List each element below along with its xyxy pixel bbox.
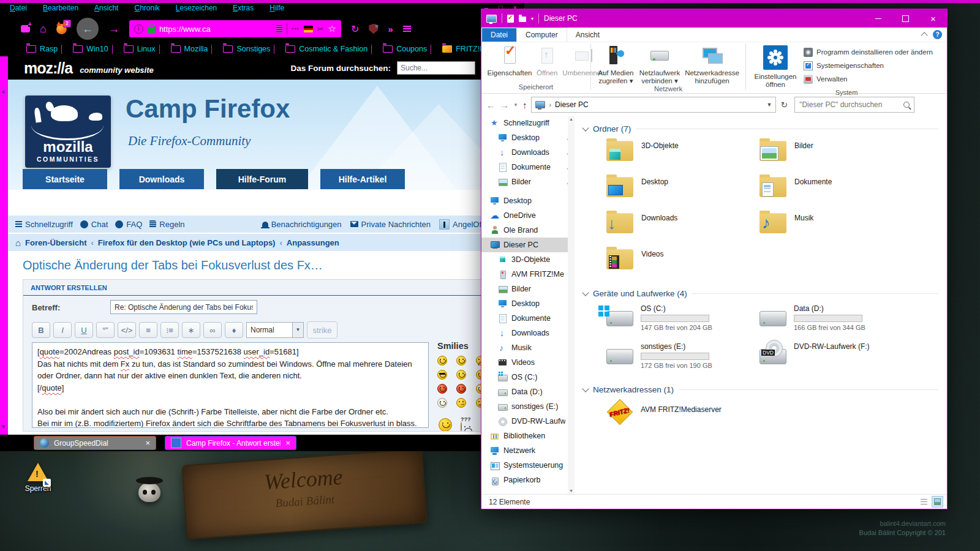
close-button[interactable]: × [919, 9, 947, 28]
hamburger-menu-icon[interactable] [403, 26, 411, 32]
url-text[interactable]: https://www.ca [159, 24, 272, 34]
quickbar-item[interactable]: FAQ [115, 220, 142, 229]
menu-item[interactable]: Hilfe [270, 4, 284, 12]
forum-search-input[interactable] [397, 61, 475, 75]
sidebar-item[interactable]: Data (D:) [481, 384, 575, 399]
sidebar-item[interactable]: Desktop [481, 296, 575, 311]
open-settings-button[interactable]: Einstellungenöffnen [752, 45, 799, 89]
scroll-up-icon[interactable]: ▲ [1, 88, 6, 94]
sidebar-item[interactable]: Musik [481, 340, 575, 355]
bookmark-star-icon[interactable]: ☆ [328, 23, 336, 34]
folder-tile[interactable]: Bilder [760, 138, 913, 174]
reload-button[interactable]: ↻ [351, 23, 359, 35]
home-icon[interactable]: ⌂ [15, 238, 21, 248]
folder-tile[interactable]: Desktop [606, 174, 760, 211]
editor-format-button[interactable]: ∗ [182, 322, 200, 338]
qat-customize-icon[interactable]: ▾ [531, 16, 533, 21]
scroll-up-icon[interactable]: ▲ [569, 117, 573, 121]
bookmark-item[interactable]: Coupons [377, 45, 437, 54]
sidebar-item[interactable]: sonstiges (E:) [481, 399, 575, 414]
explorer-titlebar[interactable]: ▾ Dieser PC × [481, 9, 947, 28]
ribbon-tab[interactable]: Ansicht [567, 28, 608, 42]
home-icon[interactable]: ⌂ [40, 23, 47, 36]
editor-format-button[interactable]: ≡ [139, 322, 157, 338]
desktop-shortcut-sperren[interactable]: Sperren [18, 463, 58, 493]
reader-mode-icon[interactable] [276, 25, 282, 33]
chevron-down-icon[interactable] [582, 289, 589, 296]
quickbar-item[interactable]: Schnellzugriff [15, 220, 73, 229]
sidebar-item[interactable]: 3D-Objekte [481, 252, 575, 267]
sidebar-item[interactable]: OneDrive [481, 208, 575, 223]
smiley-icon[interactable] [456, 398, 466, 408]
editor-format-button[interactable]: </> [118, 322, 136, 338]
manage-button[interactable]: Verwalten [804, 73, 933, 84]
back-button[interactable]: ← [77, 18, 99, 40]
pocket-icon[interactable] [21, 25, 30, 32]
folder-tile[interactable]: Videos [606, 247, 760, 283]
editor-format-button[interactable]: I [53, 322, 72, 338]
quickbar-item[interactable]: Benachrichtigungen [262, 220, 342, 229]
smiley-icon[interactable] [437, 370, 447, 380]
smiley-icon[interactable] [456, 356, 466, 365]
access-media-button[interactable]: Auf Medienzugreifen ▾ [597, 45, 635, 85]
sidebar-item[interactable]: Desktop [481, 193, 575, 208]
sidebar-item[interactable]: Downloads [481, 145, 575, 160]
tab-close-icon[interactable]: × [285, 438, 290, 448]
drive-tile[interactable]: OS (C:) 147 GB frei von 204 GB [606, 303, 760, 341]
subject-input[interactable] [110, 300, 257, 314]
editor-format-button[interactable]: U [75, 322, 93, 338]
smiley-icon[interactable] [476, 356, 481, 365]
sidebar-item[interactable]: Ole Brand [481, 223, 575, 238]
breadcrumb-link[interactable]: Foren-Übersicht [25, 238, 86, 247]
drive-tile[interactable]: sonstiges (E:) 172 GB frei von 190 GB [606, 341, 760, 379]
mozilla-logo[interactable]: moz://a [24, 59, 72, 77]
site-nav-button[interactable]: Startseite [23, 169, 107, 189]
menu-item[interactable]: Datei [10, 4, 27, 12]
network-location-tile[interactable]: AVM FRITZ!Mediaserver [606, 399, 947, 425]
tab-close-icon[interactable]: × [145, 438, 150, 448]
folder-tile[interactable]: Dokumente [760, 174, 913, 211]
properties-icon[interactable] [507, 15, 514, 23]
sidebar-item[interactable]: Dokumente [481, 160, 575, 174]
menu-item[interactable]: Chronik [134, 4, 159, 12]
sidebar-item[interactable]: OS (C:) [481, 370, 575, 384]
refresh-icon[interactable]: ↻ [780, 100, 788, 110]
ribbon-tab[interactable]: Datei [482, 28, 516, 42]
editor-area[interactable]: [quote=2002Andreas post_id=1093631 time=… [32, 342, 429, 428]
chevron-down-icon[interactable] [582, 385, 589, 392]
bookmark-item[interactable]: Rasp [21, 45, 67, 54]
site-nav-button[interactable]: Downloads [119, 169, 204, 189]
sidebar-scrollbar[interactable]: ▲ ▼ [568, 116, 575, 494]
editor-format-button[interactable]: “” [96, 322, 115, 338]
translate-flag-icon[interactable] [304, 26, 313, 32]
scroll-down-icon[interactable]: ▼ [1, 424, 6, 430]
quickbar-item[interactable]: Private Nachrichten [350, 220, 431, 229]
sidebar-item[interactable]: Dieser PC [481, 238, 575, 252]
smiley-icon[interactable] [439, 418, 452, 432]
ribbon-tab[interactable]: Computer [516, 28, 567, 42]
sidebar-item[interactable]: Dokumente [481, 311, 575, 326]
sidebar-item[interactable]: DVD-RW-Laufw [481, 414, 575, 429]
format-select[interactable]: Normal ▼ [246, 322, 304, 338]
breadcrumb-link[interactable]: Anpassungen [287, 238, 339, 247]
menu-item[interactable]: Bearbeiten [43, 4, 78, 12]
firefox-account-icon[interactable]: 2 [56, 24, 67, 34]
section-header-folders[interactable]: Ordner (7) [583, 124, 938, 133]
back-button[interactable]: ← [486, 100, 496, 110]
strike-button[interactable]: strike [307, 321, 337, 339]
forward-button[interactable]: → [108, 23, 119, 36]
sidebar-item[interactable]: Netzwerk [481, 443, 575, 458]
bookmark-item[interactable]: Sonstiges [217, 45, 280, 54]
sidebar-item[interactable]: Systemsteuerung [481, 458, 575, 473]
forward-button[interactable]: → [500, 100, 509, 110]
sidebar-item[interactable]: Bibliotheken [481, 429, 575, 443]
editor-format-button[interactable]: ⁝≡ [160, 322, 179, 338]
menu-item[interactable]: Lesezeichen [176, 4, 217, 12]
bookmark-item[interactable]: Cosmetic & Fashion [280, 45, 377, 54]
scroll-down-icon[interactable]: ▼ [569, 489, 573, 493]
maximize-button[interactable] [892, 9, 919, 28]
drive-tile[interactable]: Data (D:) 166 GB frei von 344 GB [760, 303, 913, 341]
up-button[interactable]: ↑ [522, 100, 527, 110]
smiley-icon[interactable] [437, 398, 447, 408]
smiley-icon[interactable] [456, 384, 466, 394]
